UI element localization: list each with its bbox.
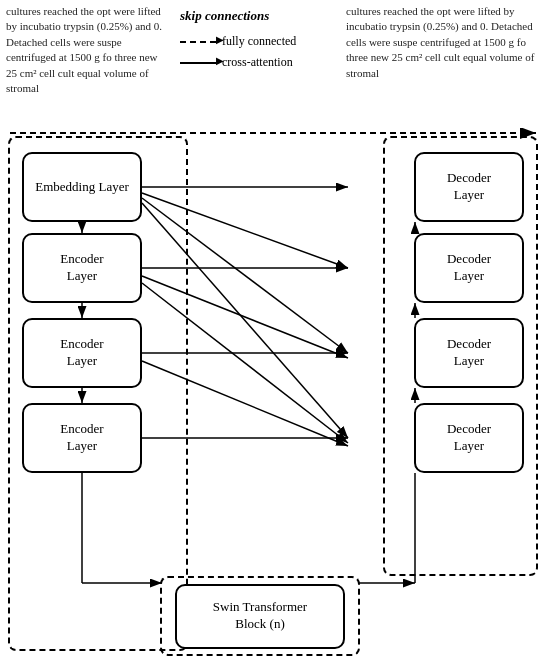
dashed-line-icon <box>180 41 216 43</box>
solid-line-icon <box>180 62 216 64</box>
encoder-layer-1: EncoderLayer <box>22 233 142 303</box>
encoder-layer-2: EncoderLayer <box>22 318 142 388</box>
legend-area: skip connections fully connected cross-a… <box>170 0 340 130</box>
legend-label-fully-connected: fully connected <box>222 34 296 49</box>
decoder-layer-2: DecoderLayer <box>414 233 524 303</box>
legend-title: skip connections <box>180 8 269 24</box>
decoder-layer-1: DecoderLayer <box>414 152 524 222</box>
embedding-layer: Embedding Layer <box>22 152 142 222</box>
text-left: cultures reached the opt were lifted by … <box>0 0 170 130</box>
diagram: Embedding Layer EncoderLayer EncoderLaye… <box>0 128 546 666</box>
decoder-layer-3: DecoderLayer <box>414 318 524 388</box>
legend-label-cross-attention: cross-attention <box>222 55 293 70</box>
encoder-layer-3: EncoderLayer <box>22 403 142 473</box>
legend-item-cross-attention: cross-attention <box>180 55 293 70</box>
legend-item-fully-connected: fully connected <box>180 34 296 49</box>
swin-outer-box: Swin TransformerBlock (n) <box>160 576 360 656</box>
decoder-layer-4: DecoderLayer <box>414 403 524 473</box>
text-right: cultures reached the opt were lifted by … <box>340 0 546 130</box>
swin-transformer-block: Swin TransformerBlock (n) <box>175 584 345 649</box>
